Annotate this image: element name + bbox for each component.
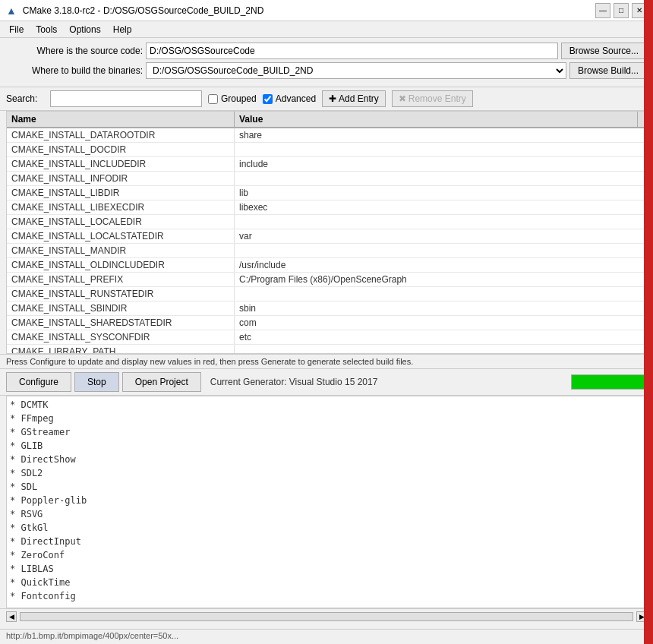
cell-value <box>235 244 646 257</box>
log-item: * RSVG <box>10 507 643 521</box>
log-item: * Poppler-glib <box>10 494 643 507</box>
log-output[interactable]: * DCMTK * FFmpeg * GStreamer * GLIB * Di… <box>6 396 647 608</box>
log-item: * SDL2 <box>10 466 643 480</box>
cell-value: com <box>235 316 646 330</box>
table-row[interactable]: CMAKE_INSTALL_INFODIR <box>7 172 646 186</box>
table-row[interactable]: CMAKE_INSTALL_DATAROOTDIR share <box>7 128 646 143</box>
cell-value <box>235 215 646 229</box>
log-item: * Fontconfig <box>10 589 643 603</box>
title-bar: ▲ CMake 3.18.0-rc2 - D:/OSG/OSGSourceCod… <box>0 0 653 21</box>
source-label: Where is the source code: <box>6 46 143 56</box>
main-content: Name Value CMAKE_INSTALL_DATAROOTDIR sha… <box>0 111 653 629</box>
grouped-checkbox[interactable] <box>208 94 218 104</box>
table-row[interactable]: CMAKE_INSTALL_LIBDIR lib <box>7 186 646 200</box>
cell-value: /usr/include <box>235 258 646 272</box>
cell-value: share <box>235 128 646 142</box>
grouped-label: Grouped <box>221 93 257 104</box>
advanced-label: Advanced <box>276 93 316 104</box>
cell-value: C:/Program Files (x86)/OpenSceneGraph <box>235 273 646 286</box>
col-header-name: Name <box>7 112 235 127</box>
search-label: Search: <box>6 93 44 104</box>
table-row[interactable]: CMAKE_INSTALL_OLDINCLUDEDIR /usr/include <box>7 258 646 273</box>
cell-value: include <box>235 157 646 171</box>
advanced-checkbox[interactable] <box>263 94 273 104</box>
cell-value: sbin <box>235 301 646 315</box>
table-row[interactable]: CMAKE_INSTALL_SBINDIR sbin <box>7 301 646 316</box>
log-item: * GStreamer <box>10 425 643 439</box>
menu-help[interactable]: Help <box>107 23 138 36</box>
browse-source-button[interactable]: Browse Source... <box>561 43 647 59</box>
add-entry-label: Add Entry <box>339 93 379 104</box>
table-row[interactable]: CMAKE_INSTALL_RUNSTATEDIR <box>7 287 646 301</box>
source-row: Where is the source code: Browse Source.… <box>6 43 647 59</box>
configure-button[interactable]: Configure <box>6 372 71 392</box>
build-row: Where to build the binaries: D:/OSG/OSGS… <box>6 62 647 79</box>
menu-tools[interactable]: Tools <box>30 23 63 36</box>
cell-name: CMAKE_INSTALL_DOCDIR <box>7 143 235 156</box>
cell-name: CMAKE_INSTALL_LOCALSTATEDIR <box>7 229 235 243</box>
table-row[interactable]: CMAKE_INSTALL_LIBEXECDIR libexec <box>7 200 646 215</box>
log-item: * QuickTime <box>10 576 643 589</box>
status-bar: http://b1.bmp.it/bmpimage/400px/center=5… <box>0 629 653 644</box>
log-section: * DCMTK * FFmpeg * GStreamer * GLIB * Di… <box>0 396 653 629</box>
menu-bar: File Tools Options Help <box>0 21 653 38</box>
cell-name: CMAKE_INSTALL_DATAROOTDIR <box>7 128 235 142</box>
cell-name: CMAKE_LIBRARY_PATH <box>7 345 235 354</box>
col-header-value: Value <box>235 112 637 127</box>
build-input[interactable]: D:/OSG/OSGSourceCode_BUILD_2ND <box>146 62 566 79</box>
table-row[interactable]: CMAKE_INSTALL_PREFIX C:/Program Files (x… <box>7 273 646 287</box>
cell-name: CMAKE_INSTALL_RUNSTATEDIR <box>7 287 235 301</box>
log-item: * FFmpeg <box>10 412 643 425</box>
build-label: Where to build the binaries: <box>6 65 143 76</box>
stop-button[interactable]: Stop <box>74 372 119 392</box>
window-controls: — □ ✕ <box>595 3 647 18</box>
log-item: * LIBLAS <box>10 562 643 576</box>
table-header: Name Value <box>7 112 646 128</box>
add-entry-button[interactable]: ✚ Add Entry <box>322 90 386 107</box>
table-section: Name Value CMAKE_INSTALL_DATAROOTDIR sha… <box>0 111 653 354</box>
menu-file[interactable]: File <box>3 23 30 36</box>
status-message: Press Configure to update and display ne… <box>0 354 653 369</box>
table-row[interactable]: CMAKE_INSTALL_DOCDIR <box>7 143 646 157</box>
app-icon: ▲ <box>6 5 17 17</box>
window-title: CMake 3.18.0-rc2 - D:/OSG/OSGSourceCode_… <box>23 5 589 16</box>
cell-name: CMAKE_INSTALL_SHAREDSTATEDIR <box>7 316 235 330</box>
generator-text: Current Generator: Visual Studio 15 2017 <box>210 377 568 387</box>
cell-name: CMAKE_INSTALL_LOCALEDIR <box>7 215 235 229</box>
cell-value: etc <box>235 330 646 344</box>
log-item: * SDL <box>10 480 643 494</box>
scroll-left-button[interactable]: ◀ <box>6 611 17 622</box>
horizontal-scrollbar: ◀ ▶ <box>0 608 653 623</box>
log-item: * GtkGl <box>10 521 643 535</box>
table-row[interactable]: CMAKE_INSTALL_SYSCONFDIR etc <box>7 330 646 345</box>
config-table[interactable]: Name Value CMAKE_INSTALL_DATAROOTDIR sha… <box>6 111 647 354</box>
browse-build-button[interactable]: Browse Build... <box>569 62 647 79</box>
hscroll-track[interactable] <box>20 612 633 621</box>
open-project-button[interactable]: Open Project <box>122 372 201 392</box>
search-input[interactable] <box>50 90 202 107</box>
remove-entry-label: Remove Entry <box>409 93 466 104</box>
cell-name: CMAKE_INSTALL_MANDIR <box>7 244 235 257</box>
table-rows: CMAKE_INSTALL_DATAROOTDIR share CMAKE_IN… <box>7 128 646 354</box>
progress-bar <box>571 374 647 390</box>
cell-name: CMAKE_INSTALL_LIBDIR <box>7 186 235 200</box>
grouped-checkbox-group: Grouped <box>208 93 257 104</box>
table-row[interactable]: CMAKE_INSTALL_LOCALEDIR <box>7 215 646 229</box>
cell-name: CMAKE_INSTALL_SBINDIR <box>7 301 235 315</box>
table-row[interactable]: CMAKE_INSTALL_SHAREDSTATEDIR com <box>7 316 646 330</box>
cell-name: CMAKE_INSTALL_PREFIX <box>7 273 235 286</box>
cell-value <box>235 287 646 301</box>
table-row[interactable]: CMAKE_INSTALL_LOCALSTATEDIR var <box>7 229 646 244</box>
table-row[interactable]: CMAKE_INSTALL_MANDIR <box>7 244 646 258</box>
remove-entry-button[interactable]: ✖ Remove Entry <box>392 90 473 107</box>
restore-button[interactable]: □ <box>614 3 629 18</box>
minimize-button[interactable]: — <box>595 3 610 18</box>
cell-name: CMAKE_INSTALL_INCLUDEDIR <box>7 157 235 171</box>
table-row[interactable]: CMAKE_INSTALL_INCLUDEDIR include <box>7 157 646 172</box>
source-input[interactable] <box>146 43 558 59</box>
table-row[interactable]: CMAKE_LIBRARY_PATH <box>7 345 646 354</box>
menu-options[interactable]: Options <box>63 23 106 36</box>
cell-name: CMAKE_INSTALL_LIBEXECDIR <box>7 200 235 214</box>
log-item: * DirectShow <box>10 453 643 466</box>
form-area: Where is the source code: Browse Source.… <box>0 38 653 87</box>
